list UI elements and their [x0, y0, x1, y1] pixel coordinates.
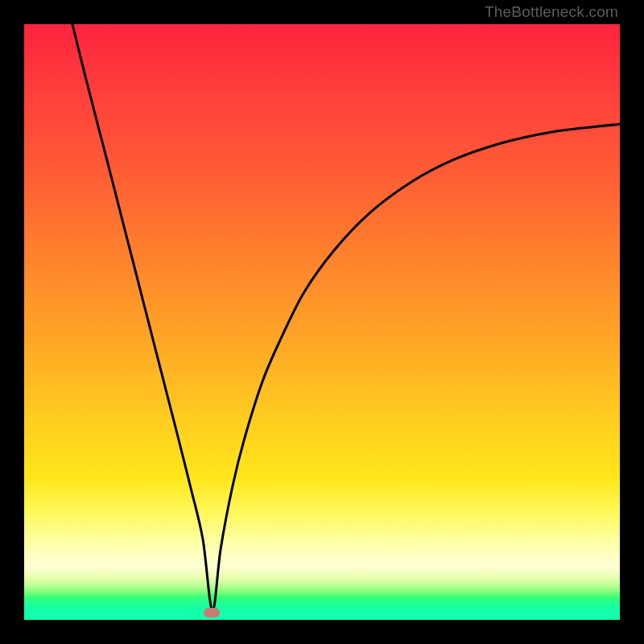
- plot-area: [24, 24, 620, 620]
- watermark-text: TheBottleneck.com: [485, 3, 618, 21]
- bottleneck-curve: [24, 24, 620, 620]
- optimal-point-marker: [204, 608, 220, 617]
- chart-frame: TheBottleneck.com: [0, 0, 644, 644]
